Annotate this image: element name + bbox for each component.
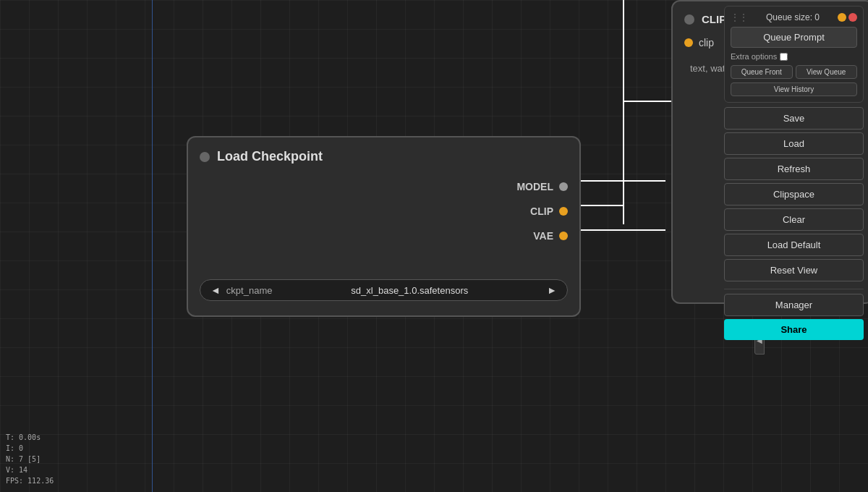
- queue-size-text: Queue size: 0: [766, 12, 820, 22]
- status-time: T: 0.00s: [6, 432, 54, 443]
- reset-view-button[interactable]: Reset View: [724, 259, 864, 281]
- status-info: T: 0.00s I: 0 N: 7 [5] V: 14 FPS: 112.36: [6, 432, 54, 486]
- status-v: V: 14: [6, 465, 54, 475]
- share-button[interactable]: Share: [724, 319, 864, 340]
- node-status-dot: [200, 152, 210, 162]
- vae-output-dot: [559, 232, 568, 240]
- ckpt-name-label: ckpt_name: [226, 285, 273, 296]
- ckpt-next-arrow[interactable]: ►: [547, 284, 557, 296]
- extra-options-row: Extra options: [731, 52, 857, 61]
- refresh-button[interactable]: Refresh: [724, 158, 864, 180]
- queue-header: ⋮⋮ Queue size: 0: [731, 12, 857, 22]
- clip-output-dot: [559, 207, 568, 216]
- clipspace-button[interactable]: Clipspace: [724, 183, 864, 205]
- clip-input-label: clip: [699, 37, 714, 48]
- clip-output-row: CLIP: [530, 205, 568, 217]
- view-queue-button[interactable]: View Queue: [796, 65, 858, 79]
- save-button[interactable]: Save: [724, 107, 864, 130]
- clip-node-status-dot: [684, 14, 694, 25]
- model-output-dot: [559, 182, 568, 191]
- queue-prompt-button[interactable]: Queue Prompt: [731, 27, 857, 48]
- queue-sub-buttons: Queue Front View Queue: [731, 65, 857, 79]
- vae-output-row: VAE: [533, 230, 568, 242]
- vae-output-label: VAE: [533, 230, 553, 242]
- model-output-label: MODEL: [516, 181, 553, 192]
- queue-close-button[interactable]: [848, 13, 857, 22]
- clear-button[interactable]: Clear: [724, 208, 864, 231]
- load-button[interactable]: Load: [724, 132, 864, 155]
- node-header: Load Checkpoint: [200, 149, 568, 164]
- queue-drag-handle-icon[interactable]: ⋮⋮: [731, 12, 748, 22]
- checkpoint-selector: ◄ ckpt_name sd_xl_base_1.0.safetensors ►: [200, 279, 568, 301]
- ckpt-prev-arrow[interactable]: ◄: [210, 284, 221, 296]
- node-outputs: MODEL CLIP VAE: [516, 181, 568, 242]
- extra-options-checkbox[interactable]: [780, 53, 788, 61]
- queue-widget: ⋮⋮ Queue size: 0 Queue Prompt Extra opti…: [724, 6, 864, 103]
- panel-divider: [724, 289, 864, 289]
- manager-button[interactable]: Manager: [724, 294, 864, 316]
- ckpt-value: sd_xl_base_1.0.safetensors: [278, 285, 541, 296]
- queue-front-button[interactable]: Queue Front: [731, 65, 793, 79]
- queue-minimize-button[interactable]: [838, 13, 846, 22]
- status-n: N: 7 [5]: [6, 454, 54, 465]
- status-i: I: 0: [6, 443, 54, 454]
- blue-vertical-line: [152, 0, 153, 492]
- model-output-row: MODEL: [516, 181, 568, 192]
- view-history-button[interactable]: View History: [731, 82, 857, 96]
- load-checkpoint-node: Load Checkpoint MODEL CLIP VAE ◄ ckpt_na…: [187, 136, 581, 317]
- queue-close-buttons: [838, 13, 857, 22]
- load-default-button[interactable]: Load Default: [724, 234, 864, 256]
- extra-options-label: Extra options: [731, 52, 777, 61]
- node-title: Load Checkpoint: [217, 149, 323, 164]
- right-panel: ⋮⋮ Queue size: 0 Queue Prompt Extra opti…: [720, 0, 868, 492]
- clip-output-label: CLIP: [530, 205, 553, 217]
- ckpt-selector-row: ◄ ckpt_name sd_xl_base_1.0.safetensors ►: [200, 279, 568, 301]
- clip-input-dot: [684, 38, 693, 47]
- status-fps: FPS: 112.36: [6, 475, 54, 486]
